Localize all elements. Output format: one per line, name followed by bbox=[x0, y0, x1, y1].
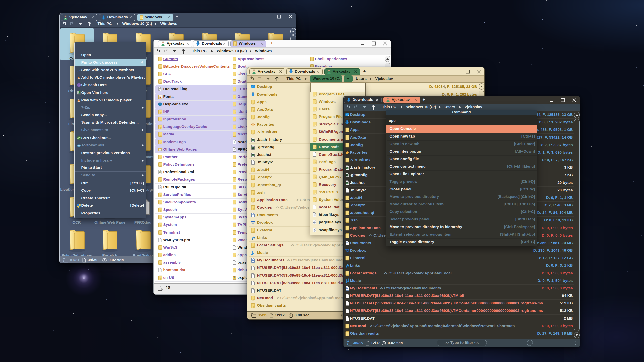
svg-text:?: ? bbox=[159, 103, 161, 106]
svg-text:A: A bbox=[159, 95, 161, 98]
svg-text:im: im bbox=[78, 92, 80, 95]
